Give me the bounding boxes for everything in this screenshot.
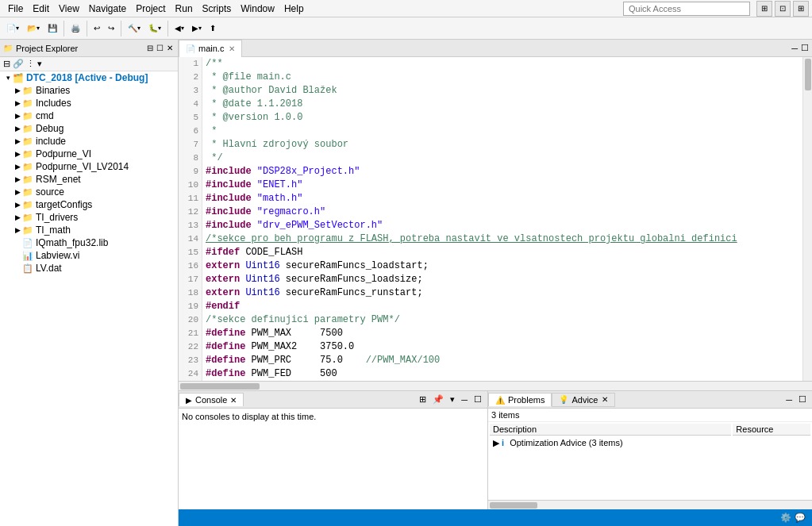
collapse-all-icon[interactable]: ⊟	[3, 59, 10, 69]
console-dropdown-icon[interactable]: ▾	[448, 394, 457, 405]
tree-item-ti-drivers[interactable]: ▶ 📁 TI_drivers	[0, 211, 178, 224]
tree-more-icon[interactable]: ⋮	[26, 59, 35, 69]
tree-dropdown-icon[interactable]: ▾	[37, 59, 42, 69]
editor-scrollbar-v[interactable]	[802, 57, 812, 381]
undo-btn[interactable]: ↩	[90, 22, 103, 34]
new-dropdown[interactable]: ▾	[16, 25, 19, 32]
open-btn[interactable]: 📂 ▾	[24, 22, 43, 34]
line-num-24: 24	[179, 367, 202, 381]
debug-btn[interactable]: 🐛 ▾	[145, 22, 164, 34]
save-icon: 💾	[48, 24, 57, 33]
console-tab[interactable]: ▶ Console ✕	[179, 393, 244, 406]
expand-arrow-icon[interactable]: ▶	[493, 438, 499, 447]
print-btn[interactable]: 🖨️	[67, 22, 83, 34]
tree-item-includes[interactable]: ▶ 📁 Includes	[0, 97, 178, 109]
nav-forward-dropdown[interactable]: ▾	[198, 25, 202, 32]
toolbar-sep1	[63, 21, 64, 36]
code-content[interactable]: /** * @file main.c * @author David Blaže…	[202, 57, 802, 381]
problems-minimize-btn[interactable]: ─	[783, 395, 795, 405]
console-open-console-icon[interactable]: ⊞	[417, 394, 429, 405]
tree-item-debug[interactable]: ▶ 📁 Debug	[0, 122, 178, 135]
project-explorer-maximize[interactable]: ☐	[155, 44, 165, 52]
menu-window[interactable]: Window	[236, 2, 279, 16]
debug-dropdown[interactable]: ▾	[158, 25, 161, 32]
tree-item-cmd[interactable]: ▶ 📁 cmd	[0, 109, 178, 122]
nav-back-dropdown[interactable]: ▾	[181, 25, 184, 32]
nav-up-btn[interactable]: ⬆	[206, 22, 219, 34]
editor-scrollbar-h[interactable]	[179, 381, 812, 390]
console-tab-label: Console	[195, 395, 227, 405]
tree-item-source[interactable]: ▶ 📁 source	[0, 186, 178, 198]
advice-tab[interactable]: 💡 Advice ✕	[552, 393, 614, 407]
menu-navigate[interactable]: Navigate	[84, 2, 131, 16]
tree-item-include[interactable]: ▶ 📁 include	[0, 135, 178, 148]
console-icon: ▶	[186, 396, 192, 405]
link-editor-icon[interactable]: 🔗	[13, 59, 24, 69]
tree-item-lv-dat[interactable]: ▶ 📋 LV.dat	[0, 262, 178, 275]
editor-minimize-btn[interactable]: ─	[791, 44, 798, 53]
new-btn[interactable]: 📄 ▾	[3, 22, 22, 34]
console-minimize-btn[interactable]: ─	[459, 395, 470, 405]
table-row[interactable]: ▶ i Optimization Advice (3 items)	[490, 437, 810, 449]
tree-item-iqmath[interactable]: ▶ 📄 IQmath_fpu32.lib	[0, 236, 178, 249]
redo-btn[interactable]: ↪	[105, 22, 117, 34]
advice-tab-close[interactable]: ✕	[602, 395, 608, 404]
toolbar-sep3	[121, 21, 121, 36]
code-line-19: #endif	[206, 300, 799, 313]
menu-edit[interactable]: Edit	[28, 2, 54, 16]
editor-maximize-btn[interactable]: ☐	[801, 43, 809, 53]
quick-access-input[interactable]	[623, 2, 750, 16]
problems-tab-bar: ⚠️ Problems 💡 Advice ✕ ─ ☐	[488, 391, 812, 409]
tree-item-podpurne-vi[interactable]: ▶ 📁 Podpurne_VI	[0, 148, 178, 160]
code-line-10: #include "ENET.h"	[206, 179, 799, 192]
main-area: 📁 Project Explorer ⊟ ☐ ✕ ⊟ 🔗 ⋮ ▾ ▾ 🗂️ DT…	[0, 40, 812, 526]
problems-panel-btns: ─ ☐	[783, 394, 812, 405]
binaries-label: Binaries	[36, 85, 70, 96]
project-explorer-panel: 📁 Project Explorer ⊟ ☐ ✕ ⊟ 🔗 ⋮ ▾ ▾ 🗂️ DT…	[0, 40, 179, 526]
problems-maximize-btn[interactable]: ☐	[796, 394, 809, 405]
line-num-1: 1	[179, 57, 202, 71]
status-chat-icon[interactable]: 💬	[795, 513, 806, 523]
console-pin-icon[interactable]: 📌	[430, 394, 446, 405]
include-arrow-icon: ▶	[13, 137, 22, 145]
tree-item-rsm-enet[interactable]: ▶ 📁 RSM_enet	[0, 173, 178, 186]
nav-forward-btn[interactable]: ▶ ▾	[189, 22, 205, 34]
menu-file[interactable]: File	[3, 2, 28, 16]
build-dropdown[interactable]: ▾	[137, 25, 140, 32]
podpurne-arrow-icon: ▶	[13, 150, 22, 158]
menu-project[interactable]: Project	[131, 2, 170, 16]
project-explorer-minimize[interactable]: ⊟	[145, 44, 155, 52]
menu-help[interactable]: Help	[279, 2, 309, 16]
nav-back-btn[interactable]: ◀ ▾	[171, 22, 187, 34]
new-window-icon[interactable]: ⊞	[793, 1, 809, 17]
status-settings-icon[interactable]: ⚙️	[780, 513, 791, 523]
save-btn[interactable]: 💾	[44, 22, 60, 34]
project-explorer-close[interactable]: ✕	[165, 44, 175, 52]
editor-tab-main-c[interactable]: 📄 main.c ✕	[179, 40, 242, 57]
menu-scripts[interactable]: Scripts	[198, 2, 237, 16]
open-perspective-icon[interactable]: ⊡	[775, 1, 791, 17]
includes-folder-icon: 📁	[22, 98, 33, 109]
console-content: No consoles to display at this time.	[179, 409, 487, 509]
menu-run[interactable]: Run	[171, 2, 198, 16]
tree-root[interactable]: ▾ 🗂️ DTC_2018 [Active - Debug]	[0, 71, 178, 84]
perspective-icon[interactable]: ⊞	[756, 1, 772, 17]
problems-tab[interactable]: ⚠️ Problems	[488, 393, 552, 406]
menu-view[interactable]: View	[54, 2, 84, 16]
console-maximize-btn[interactable]: ☐	[471, 394, 484, 405]
console-tab-close[interactable]: ✕	[230, 396, 237, 405]
code-line-5: * @version 1.0.0	[206, 111, 799, 125]
new-icon: 📄	[6, 24, 16, 33]
code-editor[interactable]: 1 2 3 4 5 6 7 8 9 10 11 12 13 14	[179, 57, 802, 381]
tree-item-binaries[interactable]: ▶ 📁 Binaries	[0, 84, 178, 97]
editor-tab-close-btn[interactable]: ✕	[229, 44, 235, 53]
problems-icon: ⚠️	[495, 396, 505, 405]
open-dropdown[interactable]: ▾	[37, 25, 40, 32]
rsm-label: RSM_enet	[36, 174, 81, 185]
tree-item-labview[interactable]: ▶ 📊 Labview.vi	[0, 249, 178, 262]
tree-item-podpurne-vi-lv2014[interactable]: ▶ 📁 Podpurne_VI_LV2014	[0, 160, 178, 173]
problems-scrollbar-h[interactable]	[488, 500, 812, 509]
build-btn[interactable]: 🔨 ▾	[125, 22, 144, 34]
tree-item-ti-math[interactable]: ▶ 📁 TI_math	[0, 224, 178, 236]
tree-item-target-configs[interactable]: ▶ 📁 targetConfigs	[0, 198, 178, 211]
